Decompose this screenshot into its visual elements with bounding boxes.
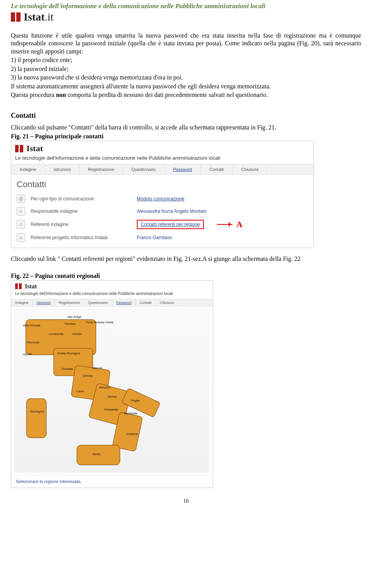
contact-value-link[interactable]: Modulo comunicazione	[137, 196, 184, 202]
person-icon: ☺	[17, 220, 25, 229]
ui2-footer-hint: Selezionare la regione interessata.	[11, 475, 213, 488]
ui2-tab-registrazione[interactable]: Registrazione	[55, 299, 84, 306]
ui1-tab-indagine[interactable]: Indagine	[11, 164, 45, 174]
ui1-tab-questionario[interactable]: Questionario	[123, 164, 165, 174]
ui2-tab-chiusura[interactable]: Chiusura	[156, 299, 178, 306]
region-label-valle-d-aosta[interactable]: Valle d'Aosta	[22, 324, 40, 327]
annotation-letter-a: A	[236, 219, 243, 229]
person-icon: ☺	[17, 207, 25, 216]
ui2-subheader: Le tecnologie dell'informazione e della …	[11, 291, 213, 299]
region-label-alto-adige[interactable]: Alto Adige	[67, 316, 81, 319]
paragraph-5: Cliccando sul link " Contatti referenti …	[11, 255, 361, 263]
region-label-piemonte[interactable]: Piemonte	[26, 341, 40, 344]
region-label-emilia-romagna[interactable]: Emilia Romagna	[57, 352, 80, 355]
page-number: 16	[11, 498, 361, 504]
region-label-molise[interactable]: Molise	[108, 395, 117, 398]
ui2-istat-logo: Istat	[11, 281, 213, 291]
ui1-tab-chiusura[interactable]: Chiusura	[233, 164, 267, 174]
paragraph-1: Questa funzione è utile qualora venga sm…	[11, 32, 361, 55]
contact-value-link[interactable]: Alessandra Nurra Angelo Montani	[137, 209, 206, 214]
region-label-toscana[interactable]: Toscana	[61, 367, 73, 371]
contact-value-link[interactable]: Contatti referenti per regione	[137, 220, 204, 229]
ui1-tab-contatti[interactable]: Contatti	[201, 164, 233, 174]
ui2-tab-indagine[interactable]: Indagine	[11, 299, 33, 306]
contact-label: Referenti indagine	[31, 222, 131, 227]
istat-bars-icon	[15, 145, 23, 152]
ui1-tab-password[interactable]: Password	[165, 164, 201, 174]
document-header-title: Le tecnologie dell'informazione e della …	[11, 0, 361, 11]
region-label-veneto[interactable]: Veneto	[72, 333, 82, 336]
istat-bars-icon	[15, 283, 22, 289]
region-label-abruzzo[interactable]: Abruzzo	[99, 386, 110, 389]
region-label-marche[interactable]: Marche	[92, 367, 103, 370]
contact-value-link[interactable]: Franco Garritano	[137, 235, 172, 240]
region-label-umbria[interactable]: Umbria	[83, 374, 93, 378]
contact-row: ☺Responsabile indagineAlessandra Nurra A…	[11, 205, 313, 217]
paragraph-4: Cliccando sul pulsante "Contatti" della …	[11, 124, 361, 131]
ui2-tab-questionario[interactable]: Questionario	[84, 299, 112, 306]
figure-22-caption: Fig. 22 – Pagina contatti regionali	[11, 272, 361, 279]
contact-label: Referente progetto informatico Indata	[31, 235, 131, 240]
istat-logo-text: Istat.it	[24, 11, 53, 23]
list-item-2: 2) la password iniziale;	[11, 65, 361, 73]
contact-row: ☺Referenti indagineContatti referenti pe…	[11, 217, 313, 231]
region-label-liguria[interactable]: Liguria	[22, 353, 32, 356]
contact-label: Responsabile indagine	[31, 209, 131, 214]
ui1-subheader: Le tecnologie dell'informazione e della …	[11, 154, 313, 164]
ui1-tab-registrazione[interactable]: Registrazione	[79, 164, 123, 174]
region-label-calabria[interactable]: Calabria	[126, 433, 138, 436]
person-icon: ☺	[17, 233, 25, 242]
ui1-tab-istruzioni[interactable]: Istruzioni	[45, 164, 79, 174]
region-label-puglia[interactable]: Puglia	[131, 399, 140, 402]
ui2-tab-password[interactable]: Password	[112, 299, 136, 306]
contact-row: ☺Referente progetto informatico IndataFr…	[11, 231, 313, 244]
ui1-istat-logo: Istat	[11, 141, 313, 154]
region-label-campania[interactable]: Campania	[104, 408, 118, 411]
figure-21-screenshot: Istat Le tecnologie dell'informazione e …	[11, 141, 314, 248]
region-label-lazio[interactable]: Lazio	[77, 390, 84, 393]
contact-row: @Per ogni tipo di comunicazioneModulo co…	[11, 193, 313, 205]
list-item-3: 3) la nuova password che si desidera ven…	[11, 74, 361, 81]
region-label-friuli-venezia-giulia[interactable]: Friuli Venezia Giulia	[86, 321, 114, 324]
section-title-contatti: Contatti	[11, 112, 361, 120]
ui2-tab-contatti[interactable]: Contatti	[136, 299, 156, 306]
figure-21-caption: Fig. 21 – Pagina principale contatti	[11, 133, 361, 140]
istat-logo: Istat.it	[11, 11, 361, 23]
ui1-page-title: Contatti	[11, 175, 313, 193]
paragraph-2: Il sistema automaticamente assegnerà all…	[11, 83, 361, 90]
region-label-trentino[interactable]: Trentino	[64, 322, 76, 326]
at-icon: @	[17, 195, 25, 203]
paragraph-3: Questa procedura non comporta la perdita…	[11, 91, 361, 99]
ui1-nav: IndagineIstruzioniRegistrazioneQuestiona…	[11, 164, 313, 175]
italy-region-map[interactable]: Valle d'AostaPiemonteLiguriaLombardiaTre…	[14, 309, 209, 472]
region-label-sicilia[interactable]: Sicilia	[92, 453, 100, 456]
contact-label: Per ogni tipo di comunicazione	[31, 196, 131, 202]
region-label-basilicata[interactable]: Basilicata	[124, 412, 137, 415]
region-label-sardegna[interactable]: Sardegna	[30, 410, 44, 413]
annotation-arrow: A	[215, 219, 243, 229]
figure-22-screenshot: Istat Le tecnologie dell'informazione e …	[11, 280, 213, 488]
istat-logo-text: Istat	[26, 143, 43, 153]
list-item-1: 1) il proprio codice ente;	[11, 56, 361, 64]
istat-logo-text: Istat	[25, 283, 37, 290]
ui2-nav: IndagineIstruzioniRegistrazioneQuestiona…	[11, 299, 213, 307]
region-label-lombardia[interactable]: Lombardia	[49, 333, 64, 336]
istat-bars-icon	[11, 12, 21, 22]
ui2-tab-istruzioni[interactable]: Istruzioni	[33, 299, 55, 306]
